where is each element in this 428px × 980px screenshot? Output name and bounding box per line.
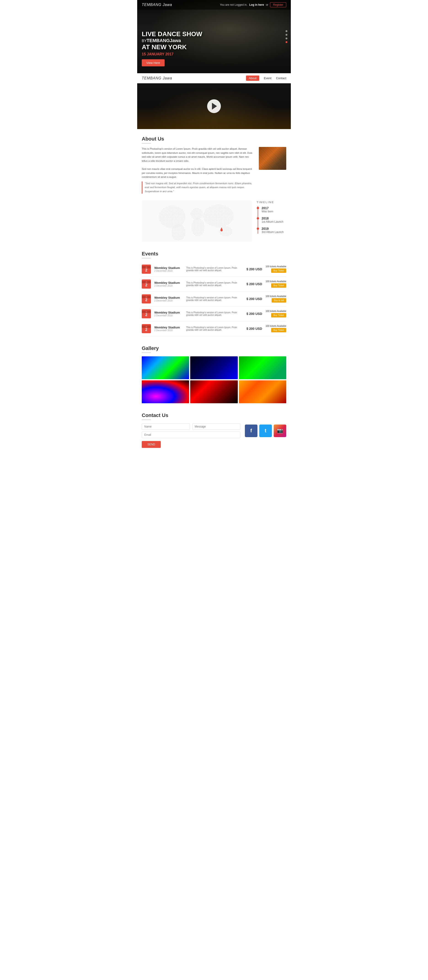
event-info-1: Wembley Stadium 2 December 2018 [154, 266, 183, 272]
hero-dot-3[interactable] [285, 38, 287, 39]
play-button[interactable] [207, 99, 221, 113]
svg-point-1 [159, 205, 185, 228]
gallery-divider [142, 352, 151, 353]
about-quote: "Sed non magna elit. Sed at imperdiet ni… [142, 181, 254, 194]
register-button[interactable]: Register [270, 2, 286, 7]
instagram-icon[interactable]: 📷 [274, 425, 286, 437]
timeline-dot-3 [257, 228, 259, 230]
event-item-3: ◻ 2 Wembley Stadium 2 December 2018 This… [142, 291, 286, 307]
event-price-5: $ 200 USD [246, 327, 262, 331]
gallery-section: Gallery [137, 341, 291, 408]
about-image [259, 147, 286, 170]
buy-ticket-button-5[interactable]: Buy Ticket [271, 328, 286, 332]
event-item-2: ◻ 2 Wembley Stadium 2 December 2018 This… [142, 277, 286, 291]
event-price-2: $ 200 USD [246, 282, 262, 286]
event-item-5: ◻ 2 Wembley Stadium 2 December 2018 This… [142, 321, 286, 336]
form-row-1 [142, 423, 240, 430]
svg-point-4 [191, 218, 204, 236]
event-info-5: Wembley Stadium 2 December 2018 [154, 326, 183, 332]
nav-links: About Event Contact [246, 76, 286, 81]
hero-dot-1[interactable] [285, 30, 287, 32]
events-section: Events ◻ 2 Wembley Stadium 2 December 20… [137, 246, 291, 341]
hero-section: TEMBANG Jawa You are not Logged in, Log … [137, 0, 291, 73]
contact-form: SEND [142, 423, 240, 448]
world-map-container [142, 200, 252, 242]
hero-date: 15 JANUARY 2017 [142, 52, 202, 56]
hero-title: LIVE DANCE SHOW BYTEMBANGJawa AT NEW YOR… [142, 30, 202, 51]
about-title: About Us [142, 136, 286, 142]
facebook-icon[interactable]: f [245, 425, 257, 437]
form-row-2 [142, 432, 240, 438]
events-divider [142, 258, 151, 258]
world-map-svg [142, 200, 252, 242]
buy-ticket-button-2[interactable]: Buy Ticket [271, 283, 286, 288]
buy-ticket-button-1[interactable]: Buy Ticket [271, 269, 286, 273]
event-tickets-1: 100 tickets Available Buy Ticket [266, 265, 286, 273]
timeline-item-2017: 2017 Was born [262, 206, 286, 213]
play-icon [212, 103, 217, 110]
events-list: ◻ 2 Wembley Stadium 2 December 2018 This… [142, 262, 286, 336]
event-tickets-3: 100 tickets Available Buy to tell [266, 295, 286, 302]
nav-logo: TEMBANG Jawa [142, 76, 172, 80]
event-price-1: $ 200 USD [246, 267, 262, 271]
timeline-items: 2017 Was born 2018 1st Album Launch 2019… [258, 206, 286, 234]
video-section [137, 83, 291, 129]
message-input[interactable] [192, 423, 241, 430]
gallery-item-4[interactable] [142, 380, 189, 403]
gallery-item-1[interactable] [142, 356, 189, 379]
gallery-item-6[interactable] [239, 380, 286, 403]
event-calendar-2: ◻ 2 [142, 280, 151, 289]
svg-point-5 [203, 205, 234, 227]
about-text-block: This is Photoshop's version of Lorem Ips… [142, 147, 254, 194]
main-navbar: TEMBANG Jawa About Event Contact [137, 73, 291, 83]
event-info-4: Wembley Stadium 2 December 2018 [154, 311, 183, 317]
gallery-grid [142, 356, 286, 403]
buy-ticket-button-4[interactable]: Buy Ticket [271, 313, 286, 317]
timeline-dot-1 [257, 207, 259, 209]
hero-dot-2[interactable] [285, 34, 287, 36]
contact-title: Contact Us [142, 412, 286, 418]
svg-point-2 [171, 224, 185, 240]
event-item-4: ◻ 2 Wembley Stadium 2 December 2018 This… [142, 307, 286, 321]
about-content: This is Photoshop's version of Lorem Ips… [142, 147, 286, 194]
svg-point-6 [219, 226, 232, 236]
email-input[interactable] [142, 432, 240, 438]
event-desc-1: This is Photoshop's version of Lorem Ips… [186, 267, 243, 272]
timeline-section: TIMELINE 2017 Was born 2018 1st Album La… [257, 200, 286, 242]
buy-ticket-button-3[interactable]: Buy to tell [272, 298, 286, 302]
contact-content: SEND f t 📷 [142, 423, 286, 448]
hero-dots [285, 30, 287, 43]
nav-about[interactable]: About [246, 76, 259, 81]
timeline-dot-2 [257, 217, 259, 220]
timeline-map-section: TIMELINE 2017 Was born 2018 1st Album La… [137, 200, 291, 246]
event-info-3: Wembley Stadium 2 December 2018 [154, 296, 183, 302]
about-divider [142, 143, 151, 143]
view-here-button[interactable]: View Here [142, 59, 165, 66]
send-button[interactable]: SEND [142, 441, 161, 448]
event-desc-5: This is Photoshop's version of Lorem Ips… [186, 326, 243, 331]
hero-dot-4[interactable] [285, 41, 287, 43]
twitter-icon[interactable]: t [259, 425, 272, 437]
event-tickets-4: 100 tickets Available Buy Ticket [266, 310, 286, 317]
event-calendar-4: ◻ 2 [142, 309, 151, 318]
event-item-1: ◻ 2 Wembley Stadium 2 December 2018 This… [142, 262, 286, 277]
login-link[interactable]: Log in here [249, 3, 264, 6]
hero-navbar: TEMBANG Jawa You are not Logged in, Log … [137, 0, 291, 10]
timeline-title: TIMELINE [257, 200, 286, 204]
gallery-item-5[interactable] [190, 380, 238, 403]
event-calendar-1: ◻ 2 [142, 264, 151, 274]
nav-contact[interactable]: Contact [276, 76, 286, 80]
about-section: About Us This is Photoshop's version of … [137, 129, 291, 200]
gallery-item-3[interactable] [239, 356, 286, 379]
event-calendar-3: ◻ 2 [142, 294, 151, 304]
name-input[interactable] [142, 423, 190, 430]
timeline-item-2019: 2019 3rd Album Launch [262, 227, 286, 234]
nav-event[interactable]: Event [264, 76, 271, 80]
event-desc-3: This is Photoshop's version of Lorem Ips… [186, 296, 243, 301]
event-price-4: $ 200 USD [246, 312, 262, 316]
gallery-item-2[interactable] [190, 356, 238, 379]
social-icons: f t 📷 [245, 423, 286, 448]
contact-section: Contact Us SEND f t 📷 [137, 408, 291, 452]
event-tickets-5: 100 tickets Available Buy Ticket [266, 325, 286, 332]
event-info-2: Wembley Stadium 2 December 2018 [154, 281, 183, 287]
